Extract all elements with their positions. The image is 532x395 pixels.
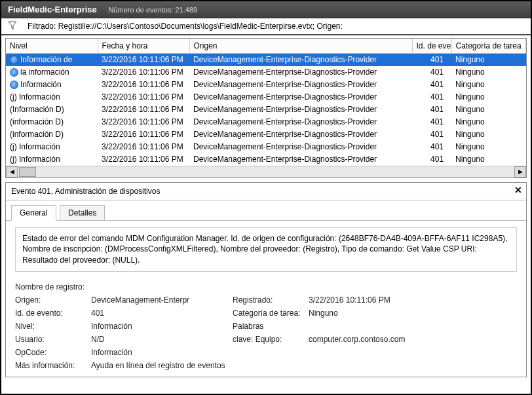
tab-general[interactable]: General [11, 205, 56, 221]
cell-event-id: 401 [412, 54, 451, 66]
label-user: Usuario: [15, 335, 87, 344]
cell-level: (información D) [6, 128, 98, 141]
value-keywords [309, 322, 517, 331]
cell-category: Ninguno [451, 54, 526, 66]
value-event-id: 401 [91, 309, 229, 318]
event-metadata-grid: Nombre de registro: Origen: DeviceManage… [15, 282, 517, 370]
cell-event-id: 401 [412, 128, 451, 141]
cell-datetime: 3/22/2016 10:11:06 PM [98, 54, 189, 66]
label-level: Nivel: [15, 322, 87, 331]
cell-datetime: 3/22/2016 10:11:06 PM [98, 79, 189, 91]
filter-icon[interactable] [5, 21, 20, 32]
filter-bar: Filtrado: Registille://C:\Users\Contoso\… [1, 18, 531, 35]
table-row[interactable]: (j) Información3/22/2016 10:11:06 PMDevi… [6, 91, 526, 103]
cell-level-text: (j) Información [10, 142, 60, 151]
information-icon [10, 81, 18, 89]
cell-level: (j) Información [6, 141, 98, 153]
cell-origin: DeviceManagement-Enterprise-Diagnostics-… [189, 103, 412, 116]
scroll-left-arrow[interactable]: ◀ [6, 166, 18, 178]
information-icon [10, 68, 18, 77]
detail-title: Evento 401, Administración de dispositiv… [11, 187, 160, 196]
label-event-id: Id. de evento: [15, 309, 87, 318]
cell-datetime: 3/22/2016 10:11:06 PM [98, 141, 189, 153]
cell-category: Ninguno [451, 66, 526, 79]
cell-level-text: Información [20, 80, 62, 89]
cell-event-id: 401 [412, 91, 451, 103]
cell-event-id: 401 [412, 116, 451, 128]
value-log-name [91, 282, 517, 292]
col-header-datetime[interactable]: Fecha y hora [98, 39, 189, 54]
detail-body: Estado de error del comando MDM Configur… [6, 221, 526, 377]
cell-level-text: (información D) [10, 130, 64, 139]
cell-datetime: 3/22/2016 10:11:06 PM [98, 128, 189, 141]
cell-event-id: 401 [412, 103, 451, 116]
close-icon[interactable]: ✕ [514, 185, 522, 195]
value-registered: 3/22/2016 10:11:06 PM [309, 295, 517, 305]
cell-origin: DeviceManagement-Enterprise-Diagnostics-… [189, 141, 412, 153]
label-keywords: Palabras [233, 322, 305, 331]
cell-datetime: 3/22/2016 10:11:06 PM [98, 91, 189, 103]
table-row[interactable]: (información D)3/22/2016 10:11:06 PMDevi… [6, 128, 526, 141]
cell-event-id: 401 [412, 141, 451, 153]
value-level: Información [91, 322, 229, 331]
cell-level: la información [6, 66, 98, 79]
tab-details[interactable]: Detalles [60, 205, 105, 220]
cell-category: Ninguno [451, 79, 526, 91]
desc-line2: Nombre de inscripción: (DMProcessConfigX… [22, 244, 510, 255]
horizontal-scrollbar[interactable]: ◀ ▶ [6, 166, 526, 178]
label-opcode: OpCode: [15, 348, 87, 357]
table-row[interactable]: la información3/22/2016 10:11:06 PMDevic… [6, 66, 526, 79]
desc-line3: Resultado del proveedor: (NULL). [22, 255, 510, 266]
cell-datetime: 3/22/2016 10:11:06 PM [98, 66, 189, 79]
table-row[interactable]: (j) Información3/22/2016 10:11:06 PMDevi… [6, 141, 526, 153]
cell-level: (j) Información [6, 153, 98, 166]
cell-level: Información [6, 79, 98, 91]
cell-datetime: 3/22/2016 10:11:06 PM [98, 153, 189, 166]
cell-event-id: 401 [412, 66, 451, 79]
value-more-info[interactable]: Ayuda en línea del registro de eventos [91, 361, 517, 370]
table-row[interactable]: (información D)3/22/2016 10:11:06 PMDevi… [6, 116, 526, 128]
filter-text: Filtrado: Registille://C:\Users\Contoso\… [28, 22, 343, 31]
cell-level: Información de [6, 54, 98, 66]
scroll-thumb[interactable] [19, 167, 36, 177]
cell-datetime: 3/22/2016 10:11:06 PM [98, 103, 189, 116]
cell-origin: DeviceManagement-Enterprise-Diagnostics-… [189, 116, 412, 128]
event-grid[interactable]: Nivel Fecha y hora Origen Id. de evento … [6, 39, 526, 166]
desc-line1: Estado de error del comando MDM Configur… [22, 233, 510, 244]
event-grid-container: Nivel Fecha y hora Origen Id. de evento … [5, 38, 527, 178]
cell-origin: DeviceManagement-Enterprise-Diagnostics-… [189, 54, 412, 66]
cell-category: Ninguno [451, 141, 526, 153]
value-computer: computer.corp.contoso.com [309, 335, 517, 344]
cell-level-text: (información D) [10, 117, 64, 126]
value-user: N/D [91, 335, 229, 344]
label-more-info: Más información: [15, 361, 87, 370]
event-detail-panel: Evento 401, Administración de dispositiv… [5, 182, 527, 377]
detail-header: Evento 401, Administración de dispositiv… [6, 183, 526, 200]
col-header-origin[interactable]: Origen [189, 39, 412, 54]
label-registered: Registrado: [233, 295, 305, 305]
label-task-cat: Categoría de tarea: [233, 309, 305, 318]
cell-level-text: (j) Información [10, 155, 60, 164]
table-row[interactable]: (Información D)3/22/2016 10:11:06 PMDevi… [6, 103, 526, 116]
table-row[interactable]: Información de3/22/2016 10:11:06 PMDevic… [6, 54, 526, 66]
table-row[interactable]: (j) Información3/22/2016 10:11:06 PMDevi… [6, 153, 526, 166]
information-icon [10, 56, 18, 64]
cell-level-text: (Información D) [10, 105, 64, 114]
col-header-category[interactable]: Categoría de tarea [451, 39, 526, 54]
title-bar: FieldMedic-Enterprise Número de eventos:… [1, 1, 531, 18]
table-row[interactable]: Información3/22/2016 10:11:06 PMDeviceMa… [6, 79, 526, 91]
event-description-box: Estado de error del comando MDM Configur… [15, 227, 517, 272]
grid-header-row[interactable]: Nivel Fecha y hora Origen Id. de evento … [6, 39, 526, 54]
cell-origin: DeviceManagement-Enterprise-Diagnostics-… [189, 91, 412, 103]
cell-event-id: 401 [412, 153, 451, 166]
col-header-level[interactable]: Nivel [6, 39, 98, 54]
cell-level-text: Información de [20, 55, 72, 64]
col-header-event-id[interactable]: Id. de evento [412, 39, 451, 54]
cell-event-id: 401 [412, 79, 451, 91]
cell-origin: DeviceManagement-Enterprise-Diagnostics-… [189, 128, 412, 141]
cell-category: Ninguno [451, 116, 526, 128]
scroll-right-arrow[interactable]: ▶ [514, 166, 526, 178]
cell-datetime: 3/22/2016 10:11:06 PM [98, 116, 189, 128]
label-origin: Origen: [15, 295, 87, 305]
app-title: FieldMedic-Enterprise [8, 5, 97, 14]
